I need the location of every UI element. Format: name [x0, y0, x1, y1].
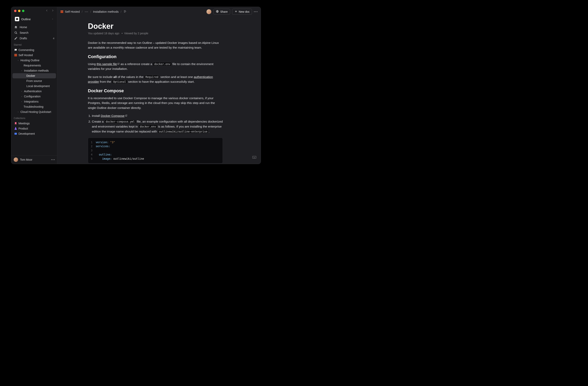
tree-requirements[interactable]: Requirements: [13, 63, 56, 68]
collection-label: Product: [19, 127, 28, 130]
link-docker-compose[interactable]: Docker Compose: [101, 114, 127, 117]
link-sample-file[interactable]: this sample file: [97, 62, 120, 66]
page-meta: You updated 18 days ago • Viewed by 2 pe…: [88, 32, 223, 35]
nav-home-label: Home: [20, 26, 27, 29]
window-minimize-button[interactable]: [18, 10, 21, 12]
caret-right-icon: [21, 96, 23, 97]
tree-from-source[interactable]: From source: [13, 78, 56, 83]
section-starred-label: Starred: [11, 41, 57, 47]
chevron-down-icon: [52, 17, 54, 21]
nav-back-button[interactable]: [45, 9, 48, 13]
user-menu-button[interactable]: [51, 159, 55, 160]
list-item[interactable]: Install Docker Compose: [92, 113, 223, 119]
paragraph[interactable]: Using this sample file as a reference cr…: [88, 62, 223, 71]
breadcrumb-separator: /: [82, 10, 83, 13]
breadcrumb-root-label: Self Hosted: [65, 10, 80, 13]
home-icon: [14, 25, 18, 29]
meta-separator: •: [122, 32, 123, 35]
paragraph[interactable]: Docker is the recommended way to run Out…: [88, 41, 223, 50]
code-block[interactable]: 12345 version: "3" services: outline: im…: [88, 138, 223, 164]
user-avatar[interactable]: [14, 158, 18, 162]
topbar: Self Hosted / / Installation methods / S…: [57, 7, 261, 17]
meta-viewed: Viewed by 2 people: [124, 32, 148, 35]
paragraph[interactable]: It is recommended to use Docker Compose …: [88, 96, 223, 110]
drafts-count-badge: 4: [53, 37, 54, 40]
caret-down-icon: [17, 60, 19, 61]
breadcrumb-root[interactable]: Self Hosted: [61, 10, 80, 13]
heading-docker-compose[interactable]: Docker Compose: [88, 88, 223, 93]
starred-self-hosted[interactable]: Self Hosted: [13, 53, 56, 58]
collection-development[interactable]: Development: [13, 131, 56, 136]
ordered-list[interactable]: Install Docker Compose Create a docker-c…: [88, 113, 223, 134]
nav-drafts-label: Drafts: [20, 37, 27, 40]
comment-icon: [14, 48, 17, 52]
collection-label: Meetings: [19, 122, 30, 125]
nav-drafts[interactable]: Drafts 4: [13, 36, 56, 41]
breadcrumb-leaf-label: Installation methods: [93, 10, 119, 13]
window-close-button[interactable]: [14, 10, 17, 12]
presence-avatar[interactable]: [206, 9, 211, 14]
tree-item-label: Authentication: [24, 90, 42, 93]
tree-installation-methods[interactable]: Installation methods: [13, 68, 56, 73]
breadcrumb-separator: /: [90, 10, 91, 13]
page-menu-button[interactable]: [254, 11, 257, 12]
toc-toggle-button[interactable]: [123, 10, 127, 14]
nav-home[interactable]: Home: [13, 24, 56, 30]
code-gutter: 12345: [91, 140, 92, 161]
paragraph[interactable]: Be sure to include all of the values in …: [88, 75, 223, 84]
starred-commenting[interactable]: Commenting: [13, 47, 56, 53]
nav-forward-button[interactable]: [51, 9, 54, 13]
keyboard-shortcuts-button[interactable]: [252, 156, 256, 160]
workspace-switcher[interactable]: Outline: [13, 16, 56, 22]
nav-search[interactable]: Search: [13, 30, 56, 36]
tree-integrations[interactable]: Integrations: [13, 99, 56, 104]
collection-meetings[interactable]: Meetings: [13, 121, 56, 126]
tree-local-development[interactable]: Local development: [13, 83, 56, 89]
inline-code: docker.env: [139, 124, 157, 128]
list-item[interactable]: Create a docker-compose.yml file, an exa…: [92, 119, 223, 134]
tree-cloud-hosting[interactable]: Cloud Hosting Quickstart: [13, 109, 56, 114]
share-button[interactable]: Share: [213, 9, 230, 15]
tree-item-label: From source: [26, 79, 42, 82]
tree-docker[interactable]: Docker: [13, 73, 56, 78]
document-content: Docker You updated 18 days ago • Viewed …: [57, 17, 261, 164]
breadcrumb-leaf[interactable]: Installation methods: [93, 10, 119, 13]
new-doc-button[interactable]: New doc: [232, 9, 252, 15]
caret-right-icon: [17, 111, 19, 113]
globe-icon: [216, 10, 219, 14]
main-panel: Self Hosted / / Installation methods / S…: [57, 7, 261, 164]
inline-code: docker.env: [153, 62, 171, 66]
tree-configuration[interactable]: Configuration: [13, 94, 56, 99]
tree-item-label: Docker: [26, 74, 35, 77]
collection-product[interactable]: Product: [13, 126, 56, 131]
page-title[interactable]: Docker: [88, 22, 223, 31]
window-fullscreen-button[interactable]: [22, 10, 24, 12]
section-collections-label: Collections: [11, 114, 57, 121]
stack-icon: [61, 11, 63, 13]
breadcrumb-overflow-button[interactable]: [84, 12, 88, 12]
meta-updated: You updated 18 days ago: [88, 32, 119, 35]
search-icon: [14, 31, 18, 35]
inline-code: Optional: [112, 80, 127, 84]
app-window: Outline Home Search Drafts 4 Starred: [11, 7, 261, 164]
pencil-icon: [14, 37, 18, 40]
tree-item-label: Installation methods: [24, 69, 49, 72]
workspace-logo-icon: [15, 17, 19, 21]
heading-configuration[interactable]: Configuration: [88, 54, 223, 59]
external-link-icon: [117, 62, 120, 64]
share-button-label: Share: [220, 10, 228, 13]
code-content: version: "3" services: outline: image: o…: [96, 140, 144, 161]
svg-rect-1: [15, 133, 17, 135]
inline-code: outlinewiki/outline-enterprise: [158, 129, 209, 134]
starred-item-label: Self Hosted: [19, 54, 33, 57]
workspace-name: Outline: [21, 18, 50, 21]
tree-troubleshooting[interactable]: Troubleshooting: [13, 104, 56, 109]
svg-rect-3: [252, 156, 256, 159]
flask-icon: [14, 127, 17, 130]
tree-item-label: Integrations: [24, 100, 39, 103]
tree-hosting-outline[interactable]: Hosting Outline: [13, 58, 56, 63]
tree-authentication[interactable]: Authentication: [13, 89, 56, 94]
caret-right-icon: [21, 90, 23, 92]
sidebar: Outline Home Search Drafts 4 Starred: [11, 7, 57, 164]
window-controls: [11, 7, 57, 15]
